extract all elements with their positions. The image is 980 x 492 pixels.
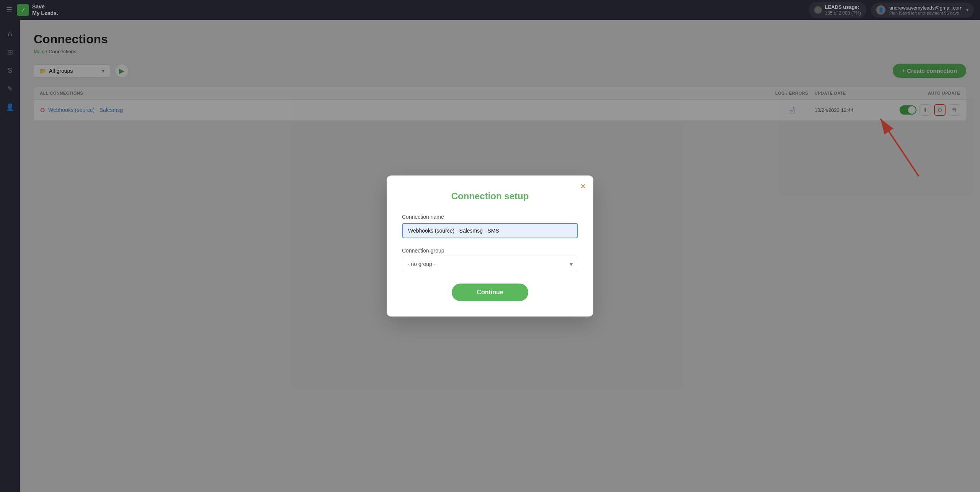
modal-close-button[interactable]: ×	[580, 182, 586, 191]
connection-group-label: Connection group	[402, 248, 578, 254]
connection-group-select[interactable]: - no group -Group 1Group 2	[402, 257, 578, 271]
connection-group-group: Connection group - no group -Group 1Grou…	[402, 248, 578, 271]
connection-name-label: Connection name	[402, 214, 578, 220]
connection-group-wrapper: - no group -Group 1Group 2	[402, 257, 578, 271]
modal-overlay: × Connection setup Connection name Conne…	[0, 0, 980, 492]
continue-button[interactable]: Continue	[452, 284, 528, 301]
connection-name-input[interactable]	[402, 223, 578, 238]
modal-title: Connection setup	[402, 191, 578, 202]
connection-name-group: Connection name	[402, 214, 578, 238]
connection-setup-modal: × Connection setup Connection name Conne…	[387, 175, 593, 317]
